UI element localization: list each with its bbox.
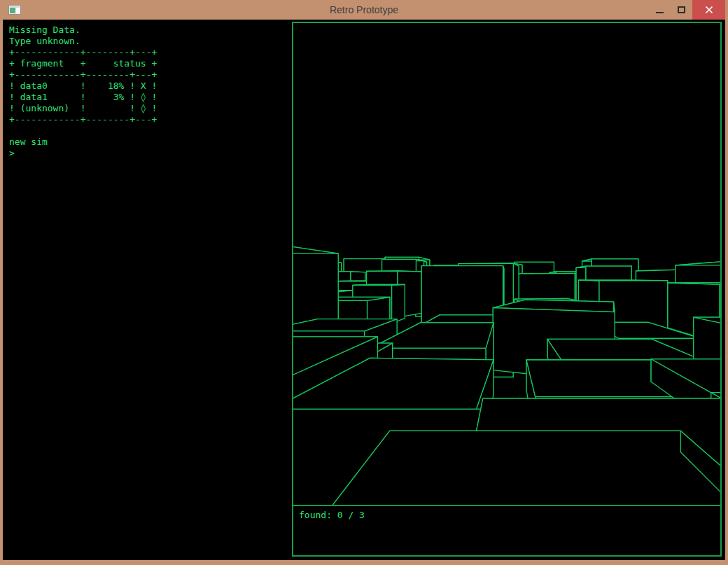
prompt-label: new sim [9, 137, 157, 148]
terminal-panel: Missing Data. Type unknown. +-----------… [9, 25, 157, 159]
minimize-button[interactable] [649, 0, 671, 20]
window: Retro Prototype Missing Data. Type unkno… [0, 0, 728, 565]
window-title: Retro Prototype [330, 0, 398, 20]
close-button[interactable] [692, 0, 725, 20]
maximize-button[interactable] [671, 0, 692, 20]
window-controls [649, 0, 725, 20]
prompt-symbol: > [9, 148, 15, 158]
close-icon [705, 6, 713, 14]
terminal-output: Missing Data. Type unknown. +-----------… [9, 25, 157, 125]
app-icon[interactable] [8, 5, 21, 15]
minimize-icon [656, 12, 664, 13]
titlebar: Retro Prototype [0, 0, 728, 20]
window-body: Missing Data. Type unknown. +-----------… [3, 20, 725, 560]
command-prompt[interactable]: > [9, 148, 157, 159]
status-panel: found: 0 / 3 [292, 505, 722, 557]
prompt-block: new sim > [9, 137, 157, 159]
maximize-icon [678, 6, 685, 13]
wireframe-city-svg [293, 23, 720, 505]
found-counter: found: 0 / 3 [293, 506, 720, 521]
scene-viewport[interactable] [292, 22, 722, 506]
